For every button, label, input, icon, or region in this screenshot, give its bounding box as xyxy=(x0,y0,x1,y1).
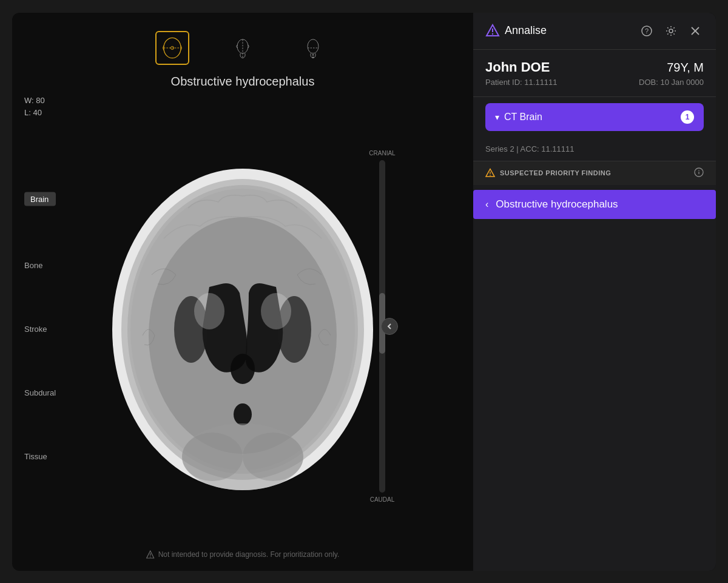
ct-brain-label: CT Brain xyxy=(504,112,542,123)
patient-name: John DOE xyxy=(485,59,550,75)
svg-point-21 xyxy=(194,293,224,329)
close-button[interactable] xyxy=(687,22,704,39)
brand-logo-icon xyxy=(485,24,500,38)
finding-name: Obstructive hydrocephalus xyxy=(496,198,618,211)
svg-point-20 xyxy=(243,433,303,481)
anatomy-bone[interactable]: Bone xyxy=(24,261,56,270)
finding-row[interactable]: ‹ Obstructive hydrocephalus xyxy=(473,190,716,219)
svg-point-26 xyxy=(492,33,493,34)
svg-point-24 xyxy=(150,556,151,558)
priority-warning-icon xyxy=(485,168,495,178)
anatomy-stroke[interactable]: Stroke xyxy=(24,325,56,334)
priority-left: SUSPECTED PRIORITY FINDING xyxy=(485,168,611,178)
svg-text:?: ? xyxy=(645,27,649,35)
viewer-content: W: 80 L: 40 Brain Bone Stroke Subdural T… xyxy=(24,95,461,559)
sidebar-header: Annalise ? xyxy=(473,13,716,50)
ct-brain-button[interactable]: ▾ CT Brain 1 xyxy=(485,103,704,131)
window-level: L: 40 xyxy=(24,107,45,120)
series-badge: 1 xyxy=(681,110,694,124)
patient-name-row: John DOE 79Y, M xyxy=(485,59,704,75)
svg-point-7 xyxy=(312,54,314,56)
axial-view-button[interactable] xyxy=(155,31,189,65)
svg-point-14 xyxy=(231,354,255,384)
patient-id-row: Patient ID: 11.11111 DOB: 10 Jan 0000 xyxy=(485,78,704,87)
svg-point-29 xyxy=(669,29,673,33)
brand-name: Annalise xyxy=(505,24,547,37)
svg-point-8 xyxy=(312,56,314,58)
patient-dob: DOB: 10 Jan 0000 xyxy=(639,78,704,87)
ct-brain-left: ▾ CT Brain xyxy=(495,112,542,123)
coronal-view-button[interactable] xyxy=(226,31,260,65)
svg-point-19 xyxy=(182,433,243,481)
series-meta: Series 2 | ACC: 11.11111 xyxy=(473,137,716,161)
priority-text: SUSPECTED PRIORITY FINDING xyxy=(500,169,611,177)
window-width: W: 80 xyxy=(24,95,45,107)
brand: Annalise xyxy=(485,24,547,38)
settings-button[interactable] xyxy=(662,22,679,39)
finding-back-icon: ‹ xyxy=(485,199,488,210)
disclaimer: Not intended to provide diagnosis. For p… xyxy=(146,550,340,559)
priority-bar: SUSPECTED PRIORITY FINDING xyxy=(473,161,716,185)
cranial-label: CRANIAL xyxy=(369,150,395,157)
disclaimer-icon xyxy=(146,550,155,559)
patient-age-sex: 79Y, M xyxy=(667,61,704,75)
viewer-panel: Obstructive hydrocephalus W: 80 L: 40 Br… xyxy=(12,13,473,571)
sagittal-view-button[interactable] xyxy=(296,31,330,65)
ct-image-container: CRANIAL CAUDAL xyxy=(97,147,388,505)
svg-point-36 xyxy=(698,170,699,171)
caudal-label: CAUDAL xyxy=(370,496,395,503)
window-level-info: W: 80 L: 40 xyxy=(24,95,45,120)
svg-point-22 xyxy=(261,293,291,329)
anatomy-tissue[interactable]: Tissue xyxy=(24,452,56,461)
svg-point-33 xyxy=(490,175,491,176)
priority-info-button[interactable] xyxy=(694,167,704,179)
chevron-down-icon: ▾ xyxy=(495,112,499,122)
patient-info: John DOE 79Y, M Patient ID: 11.11111 DOB… xyxy=(473,50,716,97)
svg-point-15 xyxy=(234,403,252,425)
svg-point-5 xyxy=(308,39,318,53)
sidebar-actions: ? xyxy=(638,22,704,39)
finding-label: Obstructive hydrocephalus xyxy=(24,75,461,89)
sidebar: Annalise ? xyxy=(473,13,716,571)
anatomy-subdural[interactable]: Subdural xyxy=(24,388,56,397)
series-section: ▾ CT Brain 1 xyxy=(473,97,716,137)
collapse-panel-button[interactable] xyxy=(381,318,398,335)
anatomy-label-list: Brain Bone Stroke Subdural Tissue xyxy=(24,192,56,461)
toolbar xyxy=(24,25,461,75)
patient-id: Patient ID: 11.11111 xyxy=(485,78,558,87)
help-button[interactable]: ? xyxy=(638,22,655,39)
anatomy-brain[interactable]: Brain xyxy=(24,192,56,206)
